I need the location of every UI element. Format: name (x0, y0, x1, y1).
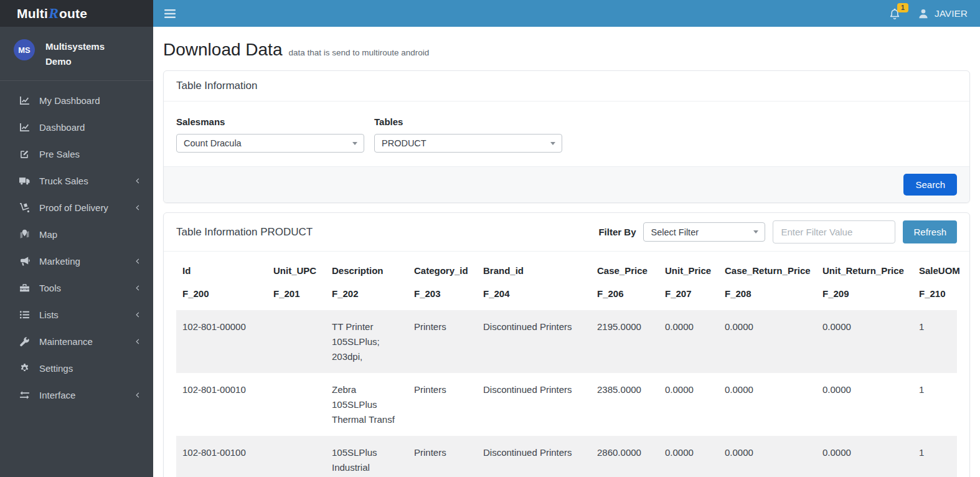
salesmans-select[interactable]: Count Dracula (176, 134, 364, 153)
sidebar-item-label: Truck Sales (39, 176, 88, 186)
map-marker-icon (17, 229, 31, 240)
sidebar-item-my-dashboard[interactable]: My Dashboard (0, 87, 153, 114)
field-code-header: F_207 (659, 282, 719, 310)
username-label: JAVIER (935, 8, 968, 19)
wrench-icon (17, 336, 31, 347)
cell (267, 310, 326, 373)
notifications-button[interactable]: 1 (888, 7, 901, 20)
avatar: MS (14, 39, 35, 60)
sidebar-item-interface[interactable]: Interface (0, 382, 153, 409)
cell: 2195.0000 (591, 310, 659, 373)
chevron-left-icon (134, 177, 141, 184)
product-table-body: 102-801-00000TT Printer 105SLPlus; 203dp… (176, 310, 957, 477)
sidebar-user-name: Multisystems Demo (45, 39, 114, 69)
chevron-left-icon (134, 258, 141, 265)
product-table: IdUnit_UPCDescriptionCategory_idBrand_id… (176, 255, 957, 477)
cell: Printers (408, 436, 477, 477)
cell (267, 373, 326, 436)
brand-logo[interactable]: MultiRoute (0, 0, 153, 27)
sidebar-user-panel[interactable]: MS Multisystems Demo (0, 27, 153, 81)
sidebar-item-label: Proof of Delivery (39, 202, 108, 213)
refresh-button[interactable]: Refresh (903, 220, 957, 243)
field-code-header: F_206 (591, 282, 659, 310)
field-code-header: F_203 (408, 282, 477, 310)
column-header: Case_Price (591, 255, 659, 282)
truck-icon (17, 176, 31, 186)
sidebar-item-label: Dashboard (39, 122, 85, 133)
cell: 0.0000 (719, 436, 816, 477)
cell: 102-801-00010 (176, 373, 267, 436)
sidebar-item-label: Maintenance (39, 336, 93, 347)
chevron-left-icon (134, 204, 141, 211)
cell: 1 (913, 373, 957, 436)
cell: 0.0000 (816, 310, 913, 373)
chart-line-icon (17, 122, 31, 133)
tables-select[interactable]: PRODUCT (374, 134, 562, 153)
cell: Printers (408, 373, 477, 436)
sidebar-item-settings[interactable]: Settings (0, 355, 153, 382)
filter-value-input[interactable] (773, 220, 895, 243)
tables-selected-value: PRODUCT (382, 138, 426, 148)
chevron-left-icon (134, 338, 141, 345)
app-window: MultiRoute MS Multisystems Demo My Dashb… (0, 0, 980, 477)
chevron-left-icon (134, 285, 141, 291)
cell: 1 (913, 436, 957, 477)
results-card-title: Table Information PRODUCT (176, 226, 313, 238)
header-row-columns: IdUnit_UPCDescriptionCategory_idBrand_id… (176, 255, 957, 282)
dolly-icon (17, 202, 31, 213)
sidebar: MultiRoute MS Multisystems Demo My Dashb… (0, 0, 153, 477)
cell: 102-801-00100 (176, 436, 267, 477)
search-button[interactable]: Search (903, 174, 957, 196)
cell: 102-801-00000 (176, 310, 267, 373)
sidebar-item-label: Lists (39, 309, 59, 320)
cell: Discontinued Printers (477, 436, 591, 477)
filter-by-label: Filter By (598, 227, 636, 237)
cell: Discontinued Printers (477, 373, 591, 436)
sidebar-item-maintenance[interactable]: Maintenance (0, 328, 153, 355)
cell: 0.0000 (659, 310, 719, 373)
field-code-header: F_200 (176, 282, 267, 310)
sidebar-item-label: Interface (39, 390, 75, 400)
column-header: Brand_id (477, 255, 591, 282)
cell: 0.0000 (719, 310, 816, 373)
cell: 0.0000 (659, 436, 719, 477)
sidebar-item-pre-sales[interactable]: Pre Sales (0, 141, 153, 168)
cell: TT Printer 105SLPlus; 203dpi, (326, 310, 408, 373)
cell: 0.0000 (816, 373, 913, 436)
sidebar-item-map[interactable]: Map (0, 221, 153, 248)
exchange-icon (17, 390, 31, 400)
sidebar-item-dashboard[interactable]: Dashboard (0, 114, 153, 141)
content: Download Data data that is send to multi… (153, 27, 980, 477)
hamburger-menu-icon[interactable] (164, 9, 176, 18)
sidebar-item-lists[interactable]: Lists (0, 301, 153, 328)
main-area: 1 JAVIER Download Data data that is send… (153, 0, 980, 477)
column-header: SaleUOM (913, 255, 957, 282)
sidebar-item-tools[interactable]: Tools (0, 275, 153, 301)
user-menu[interactable]: JAVIER (917, 7, 968, 20)
column-header: Category_id (408, 255, 477, 282)
table-information-card: Table Information Salesmans Count Dracul… (163, 70, 970, 203)
sidebar-item-label: Marketing (39, 256, 80, 267)
column-header: Description (326, 255, 408, 282)
sidebar-item-label: Settings (39, 363, 73, 374)
list-icon (17, 309, 31, 320)
table-information-product-card: Table Information PRODUCT Filter By Sele… (163, 212, 970, 477)
cell: Discontinued Printers (477, 310, 591, 373)
page-subtitle: data that is send to multiroute android (288, 48, 429, 57)
sidebar-item-marketing[interactable]: Marketing (0, 248, 153, 275)
chevron-down-icon (352, 142, 357, 145)
page-title: Download Data (163, 40, 282, 60)
cell: 1 (913, 310, 957, 373)
cell: 2860.0000 (591, 436, 659, 477)
field-code-header: F_208 (719, 282, 816, 310)
salesmans-group: Salesmans Count Dracula (176, 116, 364, 153)
sidebar-item-truck-sales[interactable]: Truck Sales (0, 168, 153, 194)
toolbox-icon (17, 283, 31, 293)
topbar: 1 JAVIER (153, 0, 980, 27)
table-row: 102-801-00010Zebra 105SLPlus Thermal Tra… (176, 373, 957, 436)
chart-line-icon (17, 95, 31, 106)
filter-select[interactable]: Select Filter (643, 222, 765, 242)
field-code-header: F_209 (816, 282, 913, 310)
sidebar-item-proof-of-delivery[interactable]: Proof of Delivery (0, 194, 153, 221)
filter-selected-value: Select Filter (651, 227, 699, 237)
